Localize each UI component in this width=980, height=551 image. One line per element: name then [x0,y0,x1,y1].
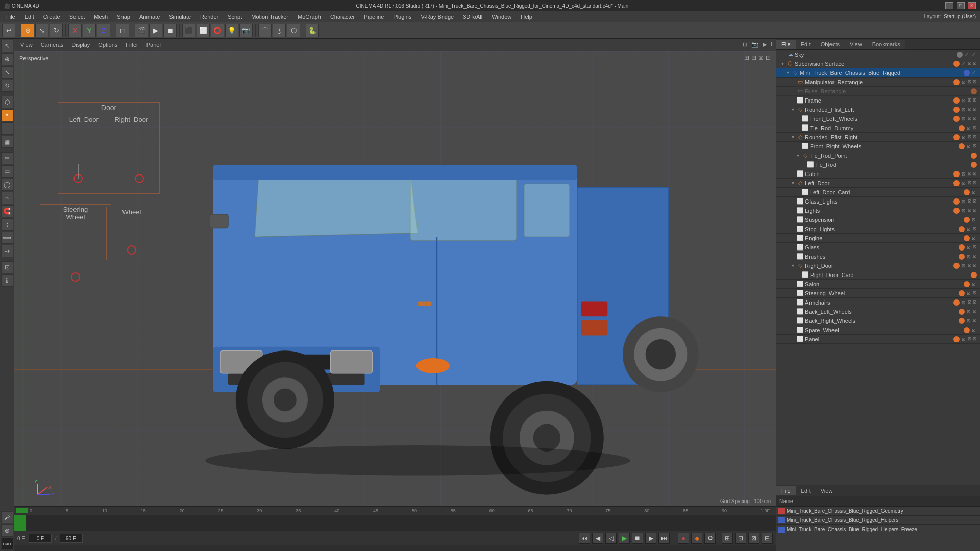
obj-ld-vis3[interactable]: ⊠ [973,180,977,186]
obj-manip-vis2[interactable]: ⊠ [968,79,972,85]
obj-sky[interactable]: ☁ Sky ✓ ✓ [776,50,980,59]
tool-mirror[interactable]: ⟺ [1,232,13,244]
vp-icon1[interactable]: ⊞ [744,54,749,61]
obj-sky-vis2[interactable]: ✓ [971,52,977,58]
obj-fist-left-color[interactable] [953,107,960,113]
obj-sw-vis1[interactable]: ⊠ [966,290,972,296]
viewport[interactable]: Door Left_Door Right_Door Steering Wheel [14,51,776,506]
obj-brush-vis2[interactable]: ⊠ [973,254,977,260]
obj-cabin-vis3[interactable]: ⊠ [973,171,977,177]
lower-tab-view[interactable]: View [816,486,838,495]
sphere-tool[interactable]: ⬜ [197,24,210,37]
tool-rotate[interactable]: ↻ [1,80,13,92]
obj-brush-vis1[interactable]: ⊠ [966,254,972,260]
vp-menu-display[interactable]: Display [68,41,93,49]
obj-trd-vis2[interactable]: ⊠ [973,125,977,131]
om-tab-bookmarks[interactable]: Bookmarks [867,40,905,49]
obj-arm-color[interactable] [953,299,960,306]
effector-tool[interactable]: ⬡ [287,24,300,37]
obj-ld-vis2[interactable]: ⊠ [968,180,972,186]
play-btn[interactable]: ▶ [619,533,630,544]
obj-steering-wheel[interactable]: ⬜ Steering_Wheel ⊠ ⊠ [776,289,980,298]
tool-select[interactable]: ↖ [1,40,13,52]
vp-icon2[interactable]: ⊟ [751,54,756,61]
obj-subdiv[interactable]: ▾ ⬡ Subdivision Surface ✓ ⊠ ⊠ [776,59,980,68]
menu-animate[interactable]: Animate [135,13,164,21]
vp-icon4[interactable]: ⊡ [766,54,771,61]
marker-btn[interactable]: ⊠ [748,533,760,544]
obj-manip-vis3[interactable]: ⊠ [973,79,977,85]
right-door-circle[interactable] [135,174,144,183]
z-axis[interactable]: Z [97,24,110,37]
vp-icon-info[interactable]: ℹ [771,41,773,48]
obj-ld-arrow[interactable]: ▾ [790,180,796,186]
obj-frw-vis2[interactable]: ⊠ [973,143,977,149]
vp-menu-panel[interactable]: Panel [143,41,164,49]
obj-frw-color[interactable] [959,143,965,149]
obj-ld-color[interactable] [953,180,960,186]
obj-front-left-wheels[interactable]: ⬜ Front_Left_Wheels ⊠ ⊠ ⊠ [776,114,980,123]
obj-glass-vis2[interactable]: ⊠ [973,244,977,251]
minimize-btn[interactable]: — [945,2,953,9]
obj-left-door[interactable]: ▾ ◇ Left_Door ⊠ ⊠ ⊠ [776,179,980,188]
obj-sw-color[interactable] [959,290,965,296]
obj-panel-vis1[interactable]: ⊠ [961,336,967,342]
tool-bridge[interactable]: ⌇ [1,218,13,231]
obj-gl-vis3[interactable]: ⊠ [973,198,977,205]
obj-trd-vis1[interactable]: ⊠ [966,125,972,131]
obj-trd-color[interactable] [959,125,965,131]
obj-sky-vis1[interactable]: ✓ [964,52,970,58]
tool-move[interactable]: ⊕ [1,53,13,65]
obj-truck-color[interactable] [964,70,970,76]
motion-btn[interactable]: ⊞ [722,533,733,544]
obj-brw-vis2[interactable]: ⊠ [973,318,977,324]
obj-subdiv-vis3[interactable]: ⊠ [973,61,977,67]
obj-fist-left-vis2[interactable]: ⊠ [968,107,972,113]
obj-subdiv-vis1[interactable]: ✓ [961,61,967,67]
obj-brw-vis1[interactable]: ⊠ [966,318,972,324]
obj-frame-vis3[interactable]: ⊠ [973,97,977,104]
obj-salon-color[interactable] [964,281,970,287]
om-tab-view[interactable]: View [845,40,867,49]
path-btn[interactable]: ⊡ [735,533,746,544]
obj-panel[interactable]: ⬜ Panel ⊠ ⊠ ⊠ [776,335,980,344]
menu-create[interactable]: Create [39,13,64,21]
vp-menu-cameras[interactable]: Cameras [38,41,67,49]
obj-tr-color[interactable] [971,162,977,168]
lower-tab-edit[interactable]: Edit [796,486,816,495]
obj-cabin[interactable]: ⬜ Cabin ⊠ ⊠ ⊠ [776,169,980,179]
obj-blw-vis2[interactable]: ⊠ [973,309,977,315]
obj-panel-color[interactable] [953,336,960,342]
obj-tie-rod-dummy[interactable]: ⬜ Tie_Rod_Dummy ⊠ ⊠ [776,123,980,133]
obj-sw-vis2[interactable]: ⊠ [973,290,977,296]
obj-truck-arrow[interactable]: ▾ [785,70,791,76]
light-tool[interactable]: 💡 [225,24,238,37]
obj-glass[interactable]: ⬜ Glass ⊠ ⊠ [776,243,980,252]
y-axis[interactable]: Y [83,24,96,37]
obj-rd-color[interactable] [953,263,960,269]
tool-edges[interactable]: ⌯ [1,122,13,135]
move-tool[interactable]: ⊕ [21,24,34,37]
obj-eng-color[interactable] [964,235,970,241]
obj-rd-vis3[interactable]: ⊠ [973,263,977,269]
obj-front-right-wheels[interactable]: ⬜ Front_Right_Wheels ⊠ ⊠ [776,142,980,151]
python-tool[interactable]: 🐍 [306,24,319,37]
obj-subdiv-arrow[interactable]: ▾ [779,61,786,66]
tool-snap[interactable]: ⊡ [1,261,13,273]
cube-tool[interactable]: ⬛ [182,24,195,37]
obj-arm-vis2[interactable]: ⊠ [968,299,972,306]
obj-gl-vis2[interactable]: ⊠ [968,198,972,205]
obj-cabin-vis2[interactable]: ⊠ [968,171,972,177]
cylinder-tool[interactable]: ⭕ [211,24,224,37]
obj-gl-vis1[interactable]: ⊠ [961,198,967,205]
scale-tool[interactable]: ⤡ [35,24,48,37]
auto-key-btn[interactable]: ⚙ [704,533,716,544]
steering-circle[interactable] [71,272,80,282]
vp-menu-options[interactable]: Options [95,41,120,49]
obj-right-door[interactable]: ▾ ◇ Right_Door ⊠ ⊠ ⊠ [776,261,980,270]
menu-vray[interactable]: V-Ray Bridge [416,13,458,21]
obj-truck-main[interactable]: ▾ ◇ Mini_Truck_Bare_Chassis_Blue_Rigged … [776,68,980,78]
timeline-btn[interactable]: ⊟ [762,533,773,544]
menu-motion-tracker[interactable]: Motion Tracker [247,13,292,21]
object-mode[interactable]: ◻ [116,24,129,37]
